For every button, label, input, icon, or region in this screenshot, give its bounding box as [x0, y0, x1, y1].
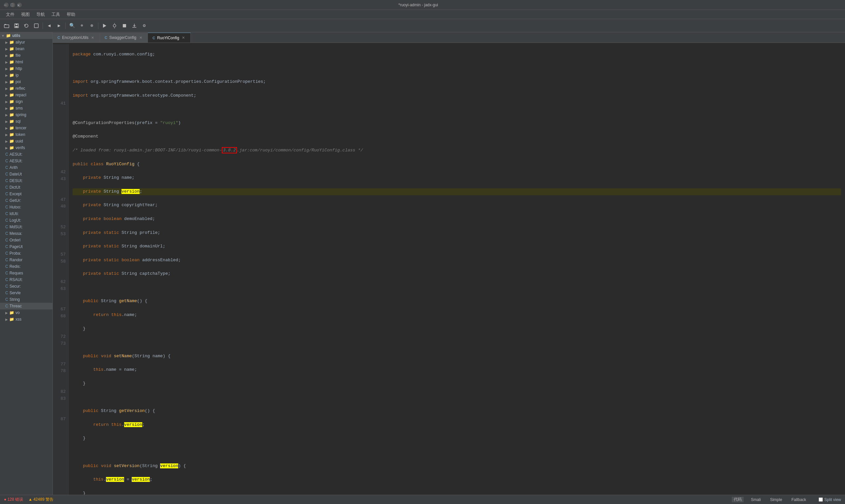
toolbar-open[interactable] [2, 21, 11, 30]
sidebar-item-randor[interactable]: C Randor [0, 257, 52, 263]
sidebar-item-sign[interactable]: ▶ 📁 sign [0, 98, 52, 105]
toolbar-search2[interactable]: ⊗ [87, 21, 96, 30]
close-button[interactable]: ✕ [17, 3, 22, 7]
toolbar-decompile[interactable] [100, 21, 109, 30]
error-count: 128 错误 [7, 497, 23, 502]
sidebar-item-messa[interactable]: C Messa: [0, 230, 52, 237]
code-line-19: public String getName() { [73, 298, 841, 305]
sidebar-item-uuid[interactable]: ▶ 📁 uuid [0, 138, 52, 144]
sidebar-item-tencer[interactable]: ▶ 📁 tencer [0, 125, 52, 131]
statusbar-tab-smali[interactable]: Smali [749, 498, 763, 502]
sidebar-item-poi[interactable]: ▶ 📁 poi [0, 78, 52, 85]
sidebar-item-html[interactable]: ▶ 📁 html [0, 59, 52, 65]
sidebar-item-sms[interactable]: ▶ 📁 sms [0, 105, 52, 111]
sidebar-item-bean[interactable]: ▶ 📁 bean [0, 46, 52, 52]
toolbar-find-usage[interactable]: ⊕ [77, 21, 87, 30]
toolbar-stop[interactable] [120, 21, 129, 30]
sidebar-item-except[interactable]: C Except [0, 191, 52, 197]
sidebar-item-ip[interactable]: ▶ 📁 ip [0, 72, 52, 78]
sidebar-item-orderl[interactable]: C Orderl [0, 237, 52, 244]
sidebar-item-http[interactable]: ▶ 📁 http [0, 65, 52, 72]
sidebar-item-rsaut[interactable]: C RSAUt: [0, 276, 52, 283]
toolbar-refresh[interactable] [22, 21, 31, 30]
sidebar-item-desut[interactable]: C DESUt: [0, 178, 52, 184]
sidebar-item-sql[interactable]: ▶ 📁 sql [0, 118, 52, 125]
sidebar-item-aesut1[interactable]: C AESUt: [0, 151, 52, 158]
toolbar-settings[interactable]: ⚙ [140, 21, 149, 30]
sidebar-item-reques[interactable]: C Reques [0, 270, 52, 276]
minimize-button[interactable]: — [4, 3, 8, 7]
sidebar-item-iduti[interactable]: C IdUti: [0, 211, 52, 217]
main-layout: ▼ 📁 utils ▶ 📁 aliyur ▶ 📁 bean ▶ 📁 file ▶… [0, 32, 845, 495]
folder-icon: 📁 [6, 33, 11, 38]
sidebar-item-threac[interactable]: C Threac [0, 303, 52, 309]
sidebar-item-file[interactable]: ▶ 📁 file [0, 52, 52, 59]
toolbar-search[interactable]: 🔍 [67, 21, 76, 30]
split-view-container: Split view [818, 498, 841, 502]
statusbar-tab-simple[interactable]: Simple [768, 498, 784, 502]
tabs-bar: C EncryptionUtils ✕ C SwaggerConfig ✕ C … [53, 32, 845, 43]
code-line-24: this.name = name; [73, 366, 841, 373]
toolbar-forward[interactable]: ▶ [54, 21, 64, 30]
sidebar-item-reflec[interactable]: ▶ 📁 reflec [0, 85, 52, 92]
split-view-label: Split view [824, 498, 841, 502]
sidebar-item-secur[interactable]: C Secur: [0, 283, 52, 290]
code-content[interactable]: package com.ruoyi.common.config; import … [69, 44, 845, 495]
svg-marker-6 [103, 24, 106, 28]
maximize-button[interactable]: □ [11, 3, 15, 7]
sidebar-item-spring[interactable]: ▶ 📁 spring [0, 111, 52, 118]
sidebar-item-aesut2[interactable]: C AESUt: [0, 158, 52, 164]
tab-swaggerconfig[interactable]: C SwaggerConfig ✕ [100, 33, 148, 42]
editor-area[interactable]: 41 42 43 4 [53, 43, 845, 495]
code-line-22 [73, 339, 841, 346]
sidebar-parent-label: utils [12, 33, 20, 38]
sidebar-item-xss[interactable]: ▶ 📁 xss [0, 316, 52, 323]
toolbar-debug[interactable] [110, 21, 119, 30]
toolbar-sep-1 [42, 22, 43, 29]
sidebar-parent[interactable]: ▼ 📁 utils [0, 32, 52, 39]
statusbar-tab-code[interactable]: 代码 [732, 497, 744, 502]
warn-indicator: ▲ 42489 警告 [29, 497, 53, 502]
code-line-9: public class RuoYiConfig { [73, 161, 841, 168]
sidebar-item-string[interactable]: C String [0, 296, 52, 303]
sidebar-item-hutoo[interactable]: C Hutoo: [0, 204, 52, 211]
menu-view[interactable]: 视图 [18, 10, 33, 19]
tab-encryptionutils[interactable]: C EncryptionUtils ✕ [53, 33, 100, 42]
tab-close-encryption[interactable]: ✕ [90, 35, 95, 40]
toolbar-save[interactable] [12, 21, 21, 30]
split-view-checkbox[interactable] [818, 498, 823, 502]
code-line-20: return this.name; [73, 312, 841, 319]
sidebar-item-repacl[interactable]: ▶ 📁 repacl [0, 92, 52, 98]
sidebar-item-redis[interactable]: C Redis: [0, 263, 52, 270]
sidebar-item-getur[interactable]: C GetUr: [0, 197, 52, 204]
tab-close-ruoyi[interactable]: ✕ [181, 36, 186, 40]
sidebar-item-vo[interactable]: ▶ 📁 vo [0, 309, 52, 316]
sidebar-item-dictut[interactable]: C DictUt [0, 184, 52, 191]
tab-ruoyiconfig[interactable]: C RuoYiConfig ✕ [148, 33, 191, 42]
line-numbers: 41 42 43 4 [53, 44, 69, 495]
menubar: 文件 视图 导航 工具 帮助 [0, 10, 845, 19]
sidebar-item-pageut[interactable]: C PageUt [0, 244, 52, 250]
menu-help[interactable]: 帮助 [64, 10, 78, 19]
sidebar-item-proba[interactable]: C Proba: [0, 250, 52, 257]
toolbar-export[interactable] [130, 21, 139, 30]
code-line-5 [73, 106, 841, 113]
menu-tools[interactable]: 工具 [48, 10, 64, 19]
toolbar-close-file[interactable] [32, 21, 41, 30]
tab-close-swagger[interactable]: ✕ [138, 35, 143, 40]
statusbar-tab-fallback[interactable]: Fallback [790, 498, 808, 502]
sidebar-item-verifs[interactable]: ▶ 📁 verifs [0, 144, 52, 151]
code-line-25: } [73, 380, 841, 387]
sidebar-item-arith[interactable]: C Arith [0, 164, 52, 171]
sidebar-item-servle[interactable]: C Servle [0, 290, 52, 296]
editor-panel: C EncryptionUtils ✕ C SwaggerConfig ✕ C … [53, 32, 845, 495]
code-line-7: @Component [73, 133, 841, 140]
toolbar-back[interactable]: ◀ [45, 21, 54, 30]
sidebar-item-dateut[interactable]: C DateUt [0, 171, 52, 178]
sidebar-item-token[interactable]: ▶ 📁 token [0, 131, 52, 138]
sidebar-item-aliyur[interactable]: ▶ 📁 aliyur [0, 39, 52, 46]
sidebar-item-mdsut[interactable]: C MdSUt: [0, 223, 52, 230]
menu-file[interactable]: 文件 [3, 10, 18, 19]
menu-navigate[interactable]: 导航 [33, 10, 48, 19]
sidebar-item-logut[interactable]: C LogUt: [0, 217, 52, 223]
